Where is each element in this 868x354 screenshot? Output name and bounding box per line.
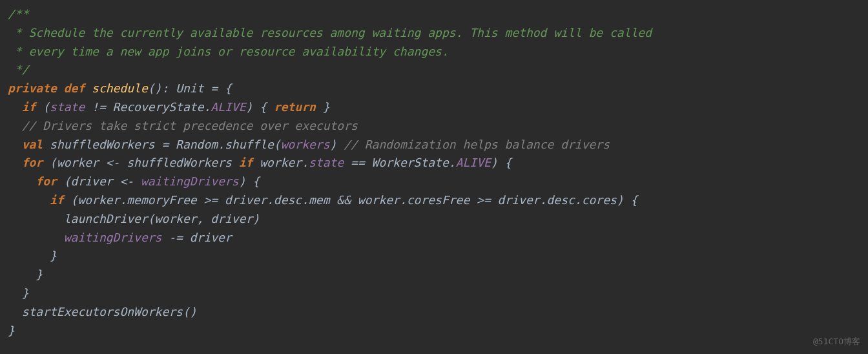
field: waitingDrivers bbox=[141, 174, 239, 188]
field: ALIVE bbox=[456, 156, 491, 169]
field: state bbox=[50, 100, 85, 114]
code-line: private def schedule(): Unit = { bbox=[8, 79, 860, 98]
code-line: } bbox=[8, 247, 860, 266]
comment: * Schedule the currently available resou… bbox=[8, 26, 652, 39]
comment: */ bbox=[8, 63, 29, 76]
keyword-for: for bbox=[22, 156, 43, 169]
comment: /** bbox=[8, 7, 29, 21]
code-line: } bbox=[8, 266, 860, 284]
code-line: } bbox=[8, 322, 860, 340]
code-line: * Schedule the currently available resou… bbox=[8, 24, 860, 43]
code-line: if (state != RecoveryState.ALIVE) { retu… bbox=[8, 98, 860, 117]
code-line: } bbox=[8, 284, 860, 303]
comment: // Drivers take strict precedence over e… bbox=[22, 119, 358, 132]
field: workers bbox=[281, 138, 330, 151]
field: ALIVE bbox=[211, 100, 245, 114]
function-name: schedule bbox=[92, 81, 148, 95]
keyword-private: private bbox=[8, 81, 57, 95]
type: Unit bbox=[176, 81, 203, 95]
code-editor: /** * Schedule the currently available r… bbox=[8, 5, 860, 340]
code-line: val shuffledWorkers = Random.shuffle(wor… bbox=[8, 136, 860, 154]
code-line: */ bbox=[8, 61, 860, 79]
code-line: * every time a new app joins or resource… bbox=[8, 43, 860, 61]
field: waitingDrivers bbox=[64, 231, 162, 244]
keyword-for: for bbox=[36, 174, 57, 188]
keyword-if: if bbox=[239, 156, 253, 169]
code-line: /** bbox=[8, 5, 860, 24]
code-line: for (worker <- shuffledWorkers if worker… bbox=[8, 154, 860, 172]
comment: * every time a new app joins or resource… bbox=[8, 45, 449, 58]
keyword-def: def bbox=[64, 81, 85, 95]
code-line: launchDriver(worker, driver) bbox=[8, 210, 860, 229]
field: state bbox=[309, 156, 344, 169]
code-line: startExecutorsOnWorkers() bbox=[8, 303, 860, 322]
code-line: waitingDrivers -= driver bbox=[8, 229, 860, 247]
watermark: @51CTO博客 bbox=[813, 335, 860, 349]
keyword-val: val bbox=[22, 138, 43, 151]
code-line: for (driver <- waitingDrivers) { bbox=[8, 172, 860, 191]
keyword-return: return bbox=[274, 100, 316, 114]
comment: // Randomization helps balance drivers bbox=[344, 138, 610, 151]
keyword-if: if bbox=[22, 100, 36, 114]
code-line: if (worker.memoryFree >= driver.desc.mem… bbox=[8, 191, 860, 210]
keyword-if: if bbox=[50, 193, 64, 207]
code-line: // Drivers take strict precedence over e… bbox=[8, 117, 860, 136]
